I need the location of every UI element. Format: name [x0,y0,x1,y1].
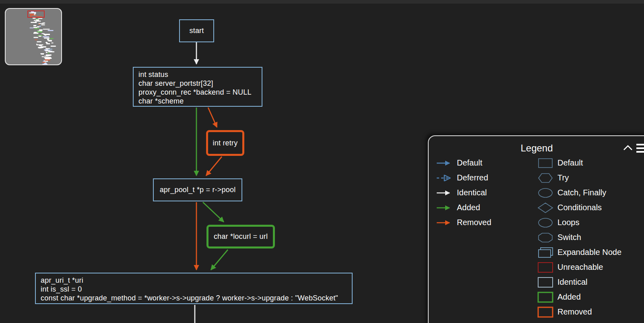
legend-label: Loops [557,218,580,227]
legend-menu-button[interactable] [636,143,644,153]
node-pool[interactable]: apr_pool_t *p = r->pool [153,178,242,201]
legend-node-row-conditionals: Conditionals [537,200,621,215]
legend-node-column: Default Try Catch, Finally Conditionals … [537,155,621,319]
removed-edge-icon [436,219,454,226]
legend-node-row-unreachable: Unreachable [537,260,621,275]
legend-edge-row-added: Added [436,200,491,215]
chevron-up-icon [623,144,633,151]
node-label: char *locurl = url [214,232,268,241]
legend-edge-row-removed: Removed [436,215,491,230]
octagon-node-icon [537,232,553,244]
legend-edge-row-deferred: Deferred [436,170,491,185]
ellipse-node-icon [537,187,553,199]
node-line: const char *upgrade_method = *worker->s-… [41,294,349,302]
edge-declarations-to-retry [208,108,217,127]
legend-node-row-default: Default [537,155,621,170]
default-edge-icon [436,160,454,166]
hamburger-icon [636,143,644,153]
node-declarations[interactable]: int status char server_portstr[32] proxy… [133,67,262,107]
node-line: char *scheme [138,97,258,106]
app-root: start int status char server_portstr[32]… [0,0,644,323]
legend-edge-row-identical: Identical [436,185,491,200]
node-locurl-added[interactable]: char *locurl = url [206,225,275,248]
legend-node-row-added: Added [537,290,621,304]
node-label: start [189,27,204,35]
node-line: proxy_conn_rec *backend = NULL [138,88,258,97]
added-node-icon [537,291,553,303]
node-line: char server_portstr[32] [138,79,258,88]
minimap-viewport[interactable] [27,10,45,18]
removed-node-icon [537,306,553,318]
legend-label: Removed [557,307,592,317]
node-line: int status [138,70,258,79]
legend-node-row-removed: Removed [537,304,621,319]
node-label: apr_pool_t *p = r->pool [160,186,236,194]
deferred-edge-icon [436,175,454,181]
minimap[interactable] [5,8,62,65]
legend-node-row-catch-finally: Catch, Finally [537,185,621,200]
legend-label: Identical [557,277,588,287]
node-uri-declarations[interactable]: apr_uri_t *uri int is_ssl = 0 const char… [35,273,353,304]
legend-label: Catch, Finally [557,188,606,197]
identical-edge-icon [436,190,454,196]
identical-node-icon [537,276,553,288]
unreachable-node-icon [537,261,553,273]
node-line: int is_ssl = 0 [41,285,349,294]
added-edge-icon [436,205,454,211]
legend-label: Conditionals [557,203,602,212]
legend-title: Legend [429,143,644,154]
legend-node-row-switch: Switch [537,230,621,245]
expandable-node-icon [537,246,553,259]
edge-pool-to-locurl [203,202,224,222]
legend-label: Added [557,292,581,302]
diamond-node-icon [537,202,553,214]
legend-edge-column: Default Deferred Identical Added Removed [436,155,491,230]
legend-collapse-button[interactable] [623,144,633,151]
node-label: int retry [213,139,238,147]
legend-label: Default [457,158,482,168]
hexagon-node-icon [537,172,553,184]
legend-label: Added [457,203,480,212]
legend-node-row-loops: Loops [537,215,621,230]
legend-panel: Legend Default Deferred [428,135,644,323]
node-start[interactable]: start [179,19,214,42]
legend-label: Removed [457,218,491,227]
legend-label: Unreachable [557,263,603,272]
node-retry-removed[interactable]: int retry [206,130,244,156]
legend-label: Deferred [457,173,488,182]
legend-node-row-expandable: Expandable Node [537,245,621,260]
legend-label: Switch [557,233,581,242]
edge-retry-to-pool [206,157,222,176]
legend-edge-row-default: Default [436,155,491,170]
edge-locurl-to-uri [211,250,228,270]
default-node-icon [537,157,553,169]
legend-label: Default [557,158,583,168]
legend-node-row-try: Try [537,170,621,185]
node-line: apr_uri_t *uri [41,276,349,285]
legend-label: Try [557,173,569,182]
ellipse-node-icon [537,217,553,229]
legend-label: Identical [457,188,487,197]
legend-label: Expandable Node [557,248,621,257]
legend-node-row-identical: Identical [537,275,621,290]
legend-header: Legend [429,136,644,156]
